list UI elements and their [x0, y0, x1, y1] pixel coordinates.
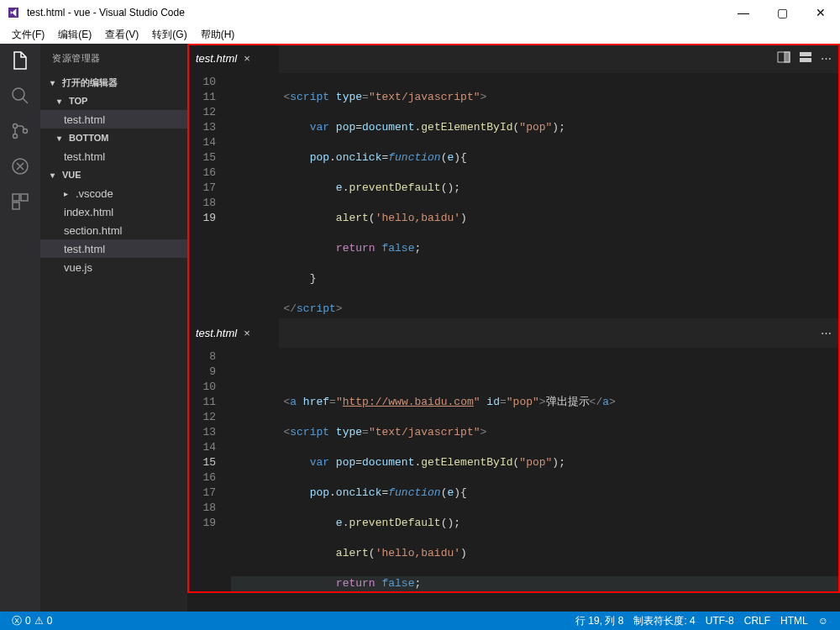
- tab-test-html-top[interactable]: test.html ×: [187, 44, 280, 73]
- code-editor-bottom[interactable]: 8910111213141516171819 <a href="http://w…: [187, 348, 840, 593]
- more-actions-icon[interactable]: ⋯: [821, 327, 832, 339]
- layout-icon[interactable]: [799, 50, 812, 66]
- menu-help[interactable]: 帮助(H): [196, 26, 240, 44]
- status-bar: ⓧ0 ⚠0 行 19, 列 8 制表符长度: 4 UTF-8 CRLF HTML…: [0, 612, 840, 630]
- svg-point-1: [13, 124, 18, 129]
- code-editor-top[interactable]: 10111213141516171819 <script type="text/…: [187, 73, 840, 318]
- line-gutter-top: 10111213141516171819: [187, 73, 231, 318]
- title-bar: test.html - vue - Visual Studio Code — ▢…: [0, 0, 840, 25]
- file-tree: ▾打开的编辑器 ▾TOP test.html ▾BOTTOM test.html…: [40, 73, 187, 612]
- chevron-down-icon: ▾: [50, 78, 60, 87]
- status-problems[interactable]: ⓧ0 ⚠0: [7, 614, 57, 628]
- sidebar-header: 资源管理器: [40, 44, 187, 73]
- close-button[interactable]: ✕: [801, 0, 840, 25]
- minimize-button[interactable]: —: [724, 0, 763, 25]
- menu-view[interactable]: 查看(V): [100, 26, 144, 44]
- svg-rect-10: [800, 52, 811, 56]
- file-index-html[interactable]: index.html: [40, 202, 187, 221]
- status-language[interactable]: HTML: [775, 615, 813, 627]
- menu-edit[interactable]: 编辑(E): [53, 26, 97, 44]
- file-test-html[interactable]: test.html: [40, 239, 187, 258]
- editor-pane-top: test.html × ⋯ 10111213141516171819 <scri…: [187, 44, 840, 318]
- explorer-icon[interactable]: [10, 50, 30, 71]
- tab-actions-bottom: ⋯: [812, 318, 840, 348]
- warning-icon: ⚠: [34, 615, 44, 627]
- status-tab-size[interactable]: 制表符长度: 4: [628, 614, 700, 628]
- section-bottom[interactable]: ▾BOTTOM: [40, 129, 187, 147]
- file-vue-js[interactable]: vue.js: [40, 258, 187, 276]
- svg-rect-9: [785, 52, 790, 62]
- more-actions-icon[interactable]: ⋯: [821, 52, 832, 65]
- file-section-html[interactable]: section.html: [40, 221, 187, 239]
- maximize-button[interactable]: ▢: [763, 0, 801, 25]
- source-control-icon[interactable]: [10, 121, 30, 141]
- error-icon: ⓧ: [12, 614, 22, 628]
- svg-rect-5: [13, 194, 19, 201]
- tab-actions-top: ⋯: [769, 44, 840, 73]
- tab-label: test.html: [196, 52, 237, 65]
- tab-bar-bottom: test.html × ⋯: [187, 318, 840, 348]
- search-icon[interactable]: [10, 86, 30, 106]
- status-encoding[interactable]: UTF-8: [701, 615, 739, 627]
- close-tab-icon[interactable]: ×: [244, 327, 250, 339]
- code-content-top: <script type="text/javascript"> var pop=…: [231, 73, 840, 318]
- explorer-sidebar: 资源管理器 ▾打开的编辑器 ▾TOP test.html ▾BOTTOM tes…: [40, 44, 187, 612]
- split-editor-icon[interactable]: [777, 50, 790, 66]
- svg-point-0: [13, 88, 24, 100]
- section-open-editors[interactable]: ▾打开的编辑器: [40, 73, 187, 92]
- code-content-bottom: <a href="http://www.baidu.com" id="pop">…: [231, 348, 840, 593]
- tab-bar-top: test.html × ⋯: [187, 44, 840, 73]
- debug-icon[interactable]: [10, 156, 30, 176]
- tab-test-html-bottom[interactable]: test.html ×: [187, 318, 280, 348]
- svg-point-3: [24, 129, 28, 134]
- menu-goto[interactable]: 转到(G): [147, 26, 192, 44]
- svg-rect-11: [800, 58, 811, 62]
- file-test-html-bottom[interactable]: test.html: [40, 147, 187, 165]
- status-line-col[interactable]: 行 19, 列 8: [570, 614, 628, 628]
- tab-label: test.html: [196, 327, 237, 339]
- editor-pane-bottom: test.html × ⋯ 8910111213141516171819 <a …: [187, 318, 840, 593]
- feedback-icon[interactable]: ☺: [813, 615, 833, 627]
- folder-vscode[interactable]: ▸.vscode: [40, 184, 187, 202]
- chevron-right-icon: ▸: [64, 189, 74, 198]
- vscode-logo-icon: [7, 6, 20, 19]
- menu-bar: 文件(F) 编辑(E) 查看(V) 转到(G) 帮助(H): [0, 25, 840, 44]
- activity-bar: [0, 44, 40, 612]
- chevron-down-icon: ▾: [50, 171, 60, 180]
- section-top[interactable]: ▾TOP: [40, 92, 187, 110]
- line-gutter-bottom: 8910111213141516171819: [187, 348, 231, 593]
- close-tab-icon[interactable]: ×: [244, 52, 250, 65]
- svg-point-2: [13, 134, 18, 139]
- window-controls: — ▢ ✕: [724, 0, 840, 25]
- status-eol[interactable]: CRLF: [739, 615, 775, 627]
- editor-area: test.html × ⋯ 10111213141516171819 <scri…: [187, 44, 840, 612]
- window-title: test.html - vue - Visual Studio Code: [27, 7, 724, 18]
- svg-rect-7: [13, 202, 19, 209]
- chevron-down-icon: ▾: [57, 97, 67, 106]
- section-vue[interactable]: ▾VUE: [40, 165, 187, 184]
- svg-rect-6: [21, 194, 28, 201]
- file-test-html-top[interactable]: test.html: [40, 110, 187, 129]
- editor-bottom-gap: [187, 593, 840, 612]
- extensions-icon[interactable]: [10, 192, 30, 212]
- menu-file[interactable]: 文件(F): [7, 26, 50, 44]
- chevron-down-icon: ▾: [57, 134, 67, 143]
